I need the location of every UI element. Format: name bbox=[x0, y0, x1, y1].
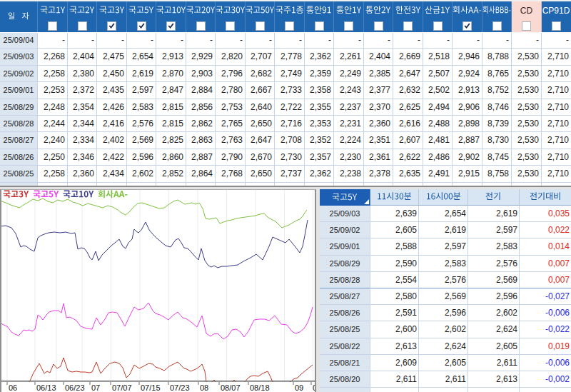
svg-text:09/0: 09/0 bbox=[313, 383, 315, 392]
svg-text:08/18: 08/18 bbox=[250, 383, 270, 392]
svg-text:08/07: 08/07 bbox=[221, 383, 241, 392]
svg-text:09: 09 bbox=[295, 383, 303, 392]
svg-text:07/07: 07/07 bbox=[112, 383, 132, 392]
svg-text:06/13: 06/13 bbox=[36, 383, 56, 392]
svg-text:06/23: 06/23 bbox=[65, 383, 85, 392]
svg-text:07/15: 07/15 bbox=[141, 383, 161, 392]
svg-text:06: 06 bbox=[9, 383, 17, 392]
svg-text:08: 08 bbox=[200, 383, 208, 392]
svg-text:07: 07 bbox=[91, 383, 100, 392]
svg-text:07/23: 07/23 bbox=[170, 383, 190, 392]
